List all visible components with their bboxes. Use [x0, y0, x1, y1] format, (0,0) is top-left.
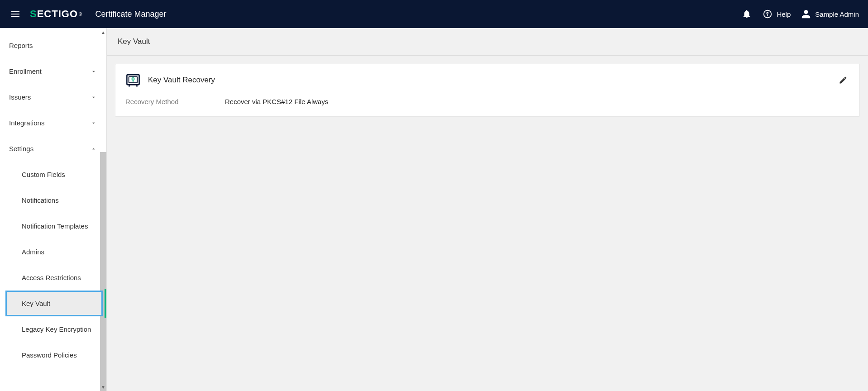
- svg-point-2: [132, 78, 134, 80]
- chevron-up-icon: [90, 145, 97, 153]
- sidebar-sub-access-restrictions[interactable]: Access Restrictions: [0, 265, 106, 291]
- sidebar-sub-notifications[interactable]: Notifications: [0, 187, 106, 213]
- sidebar-item-label: Enrollment: [9, 67, 42, 75]
- user-name-label: Sample Admin: [815, 10, 859, 18]
- help-button[interactable]: Help: [762, 9, 791, 19]
- sidebar-sub-admins[interactable]: Admins: [0, 239, 106, 265]
- user-menu-button[interactable]: Sample Admin: [801, 9, 859, 19]
- sidebar-item-settings[interactable]: Settings: [0, 136, 106, 162]
- recovery-method-value: Recover via PKCS#12 File Always: [225, 98, 328, 105]
- key-vault-recovery-card: Key Vault Recovery Recovery Method Recov…: [115, 64, 860, 117]
- sidebar-sub-label: Custom Fields: [22, 171, 65, 178]
- sidebar-item-reports[interactable]: Reports: [0, 33, 106, 58]
- card-title: Key Vault Recovery: [148, 76, 837, 85]
- sidebar-sub-label: Notification Templates: [22, 222, 88, 230]
- logo-trademark: ®: [79, 12, 82, 17]
- sidebar-scrollbar-track[interactable]: [100, 34, 106, 385]
- sidebar-scrollbar-thumb[interactable]: [100, 152, 106, 391]
- chevron-down-icon: [90, 94, 97, 101]
- help-label: Help: [777, 10, 791, 18]
- sidebar-sub-label: Access Restrictions: [22, 274, 81, 281]
- page-title: Key Vault: [118, 37, 857, 46]
- app-title: Certificate Manager: [95, 10, 166, 19]
- sidebar-sub-notification-templates[interactable]: Notification Templates: [0, 213, 106, 239]
- sidebar-sub-custom-fields[interactable]: Custom Fields: [0, 162, 106, 187]
- sidebar-item-label: Settings: [9, 145, 33, 153]
- edit-button[interactable]: [837, 74, 849, 86]
- sidebar-item-label: Issuers: [9, 93, 31, 101]
- sidebar-sub-label: Admins: [22, 248, 44, 256]
- chevron-down-icon: [90, 119, 97, 127]
- sidebar-sub-legacy-key-encryption[interactable]: Legacy Key Encryption: [0, 316, 106, 342]
- logo-accent-letter: S: [30, 8, 37, 20]
- sidebar-sub-label: Password Policies: [22, 351, 77, 359]
- sidebar-sub-label: Legacy Key Encryption: [22, 325, 91, 333]
- hamburger-menu-button[interactable]: [9, 8, 22, 20]
- sidebar-sub-key-vault[interactable]: Key Vault: [5, 291, 103, 316]
- page-header: Key Vault: [107, 28, 868, 56]
- sidebar-item-label: Integrations: [9, 119, 44, 127]
- logo-text: ECTIGO: [37, 8, 78, 20]
- vault-icon: [125, 72, 141, 88]
- sidebar-sub-password-policies[interactable]: Password Policies: [0, 342, 106, 368]
- user-icon: [801, 9, 811, 19]
- chevron-down-icon: [90, 68, 97, 75]
- sidebar: ▲ ▼ Reports Enrollment Issuers: [0, 28, 107, 391]
- sidebar-item-enrollment[interactable]: Enrollment: [0, 58, 106, 84]
- brand-logo: SECTIGO®: [30, 8, 82, 20]
- help-icon: [762, 9, 773, 19]
- sidebar-sub-label: Key Vault: [22, 300, 50, 307]
- sidebar-item-issuers[interactable]: Issuers: [0, 84, 106, 110]
- sidebar-scroll-down[interactable]: ▼: [100, 384, 106, 390]
- sidebar-item-integrations[interactable]: Integrations: [0, 110, 106, 136]
- notifications-button[interactable]: [741, 9, 752, 19]
- app-header: SECTIGO® Certificate Manager Help Sample…: [0, 0, 868, 28]
- main-area: Key Vault: [107, 28, 868, 391]
- recovery-method-label: Recovery Method: [125, 98, 225, 105]
- sidebar-sub-label: Notifications: [22, 196, 59, 204]
- sidebar-item-label: Reports: [9, 42, 33, 49]
